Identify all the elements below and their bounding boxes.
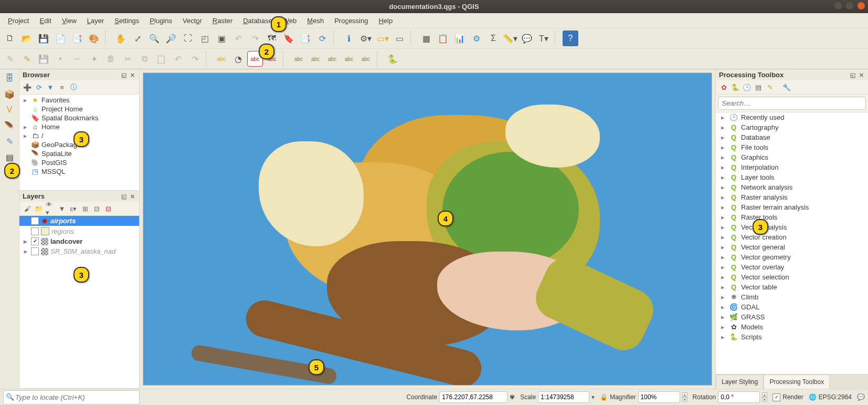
layer-airports[interactable]: airports (19, 216, 139, 226)
processing-search-input[interactable] (718, 97, 866, 110)
label-tool-2-icon[interactable]: abc (308, 51, 323, 67)
cut-features-icon[interactable]: ✂ (120, 51, 135, 67)
toolbox-group[interactable]: ▸🌀GDAL (716, 302, 868, 312)
rotation-input[interactable] (718, 391, 760, 403)
toolbox-group[interactable]: ▸QRaster analysis (716, 192, 868, 202)
browser-root[interactable]: / (41, 132, 44, 140)
save-edits-icon[interactable]: 💾 (36, 51, 51, 67)
browser-refresh-icon[interactable]: ⟳ (34, 82, 44, 92)
copy-features-icon[interactable]: ⧉ (136, 51, 152, 67)
select-icon[interactable]: ▭▾ (375, 30, 390, 46)
layers-visibility-icon[interactable]: 👁▾ (46, 204, 55, 213)
coordinate-toggle-icon[interactable]: ✾ (510, 393, 515, 401)
window-maximize[interactable] (846, 2, 853, 9)
python-console-icon[interactable]: 🐍 (385, 51, 400, 67)
toolbox-group[interactable]: ▸QVector general (716, 242, 868, 252)
menu-processing[interactable]: Processing (330, 15, 373, 26)
zoom-in-icon[interactable]: 🔍 (146, 30, 162, 46)
browser-postgis[interactable]: PostGIS (41, 159, 67, 167)
browser-spatial-bookmarks[interactable]: Spatial Bookmarks (41, 114, 98, 122)
browser-project-home[interactable]: Project Home (41, 105, 83, 113)
toolbox-group[interactable]: ▸🕑Recently used (716, 112, 868, 122)
label-tool-4-icon[interactable]: abc (341, 51, 357, 67)
layers-expandall-icon[interactable]: ⊞ (80, 204, 90, 213)
lock-icon[interactable]: 🔒 (600, 393, 608, 401)
statistics-icon[interactable]: 📊 (452, 30, 468, 46)
browser-collapse-icon[interactable]: ≡ (57, 82, 67, 92)
current-edits-icon[interactable]: ✎ (2, 51, 18, 67)
menu-layer[interactable]: Layer (82, 15, 109, 26)
new-memory-icon[interactable]: ✎ (3, 134, 16, 148)
processing-tree[interactable]: ▸🕑Recently used▸QCartography▸QDatabase▸Q… (716, 112, 868, 374)
layers-remove-icon[interactable]: ⊟ (103, 204, 113, 213)
tab-processing-toolbox[interactable]: Processing Toolbox (764, 375, 830, 389)
undo-icon[interactable]: ↶ (170, 51, 186, 67)
menu-edit[interactable]: Edit (35, 15, 56, 26)
processing-options-icon[interactable]: 🔧 (782, 82, 791, 92)
label-tool-3-icon[interactable]: abc (324, 51, 340, 67)
processing-model-icon[interactable]: ✿ (719, 82, 728, 92)
data-source-manager-icon[interactable]: 🗄 (3, 71, 16, 85)
browser-spatialite[interactable]: SpatiaLite (41, 150, 72, 158)
toggle-editing-icon[interactable]: ✎ (19, 51, 35, 67)
layer-airports-checkbox[interactable] (31, 217, 39, 225)
rotation-spinner[interactable]: ▴▾ (762, 392, 767, 402)
toolbox-group[interactable]: ▸QVector creation (716, 232, 868, 242)
layer-regions-checkbox[interactable] (31, 227, 39, 235)
zoom-next-icon[interactable]: ↷ (247, 30, 263, 46)
layers-close-icon[interactable]: ✕ (129, 193, 136, 200)
menu-vector[interactable]: Vector (178, 15, 207, 26)
browser-filter-icon[interactable]: ▼ (46, 82, 55, 92)
toolbox-group[interactable]: ▸QVector overlay (716, 262, 868, 272)
delete-selected-icon[interactable]: 🗑 (103, 51, 119, 67)
tab-layer-styling[interactable]: Layer Styling (716, 375, 764, 389)
pan-to-selection-icon[interactable]: ⤢ (130, 30, 145, 46)
label-tool-1-icon[interactable]: abc (291, 51, 306, 67)
field-calculator-icon[interactable]: 📋 (435, 30, 451, 46)
layout-manager-icon[interactable]: 📑 (69, 30, 85, 46)
toolbox-group[interactable]: ▸🌿GRASS (716, 312, 868, 322)
toolbox-group[interactable]: ▸QVector table (716, 282, 868, 292)
toolbox-group[interactable]: ▸QRaster tools (716, 212, 868, 222)
processing-close-icon[interactable]: ✕ (858, 71, 865, 79)
crs-icon[interactable]: 🌐 (809, 393, 817, 401)
deselect-icon[interactable]: ▭ (391, 30, 407, 46)
toolbox-group[interactable]: ▸QCartography (716, 122, 868, 132)
new-shapefile-icon[interactable]: V (3, 103, 16, 117)
magnifier-input[interactable] (638, 391, 680, 403)
toolbox-group[interactable]: ▸❄Climb (716, 292, 868, 302)
processing-history-icon[interactable]: 🕑 (742, 82, 751, 92)
zoom-layer-icon[interactable]: ▣ (214, 30, 229, 46)
layers-style-icon[interactable]: 🖌 (23, 204, 32, 213)
toolbox-group[interactable]: ▸QGraphics (716, 152, 868, 162)
save-project-icon[interactable]: 💾 (36, 30, 51, 46)
sigma-icon[interactable]: Σ (485, 30, 501, 46)
node-tool-icon[interactable]: ✦ (86, 51, 102, 67)
text-annotation-icon[interactable]: T▾ (536, 30, 552, 46)
zoom-out-icon[interactable]: 🔎 (163, 30, 179, 46)
toolbox-group[interactable]: ▸QVector geometry (716, 252, 868, 262)
coordinate-input[interactable] (439, 391, 507, 403)
style-manager-icon[interactable]: 🎨 (86, 30, 102, 46)
menu-help[interactable]: Help (374, 15, 397, 26)
browser-undock-icon[interactable]: ◱ (120, 71, 128, 79)
layer-landcover[interactable]: ▸✓ landcover (19, 236, 139, 246)
layers-tree[interactable]: airports regions ▸✓ landcover ▸ (19, 216, 139, 388)
add-feature-icon[interactable]: • (52, 51, 68, 67)
refresh-icon[interactable]: ⟳ (314, 30, 330, 46)
new-bookmark-icon[interactable]: 🔖 (281, 30, 297, 46)
crs-label[interactable]: EPSG:2964 (819, 393, 852, 401)
browser-close-icon[interactable]: ✕ (129, 71, 136, 79)
window-minimize[interactable] (834, 2, 842, 9)
toolbox-group[interactable]: ▸🐍Scripts (716, 332, 868, 342)
label-layer-icon[interactable]: abc (214, 51, 229, 67)
open-project-icon[interactable]: 📂 (19, 30, 35, 46)
zoom-selection-icon[interactable]: ◰ (197, 30, 213, 46)
toolbox-icon[interactable]: ⚙ (469, 30, 484, 46)
move-feature-icon[interactable]: ↔ (69, 51, 85, 67)
label-tool-5-icon[interactable]: abc (358, 51, 374, 67)
toolbox-group[interactable]: ▸QInterpolation (716, 162, 868, 172)
toolbox-group[interactable]: ▸QLayer tools (716, 172, 868, 182)
menu-settings[interactable]: Settings (110, 15, 144, 26)
render-checkbox[interactable]: ✓ (772, 393, 780, 401)
